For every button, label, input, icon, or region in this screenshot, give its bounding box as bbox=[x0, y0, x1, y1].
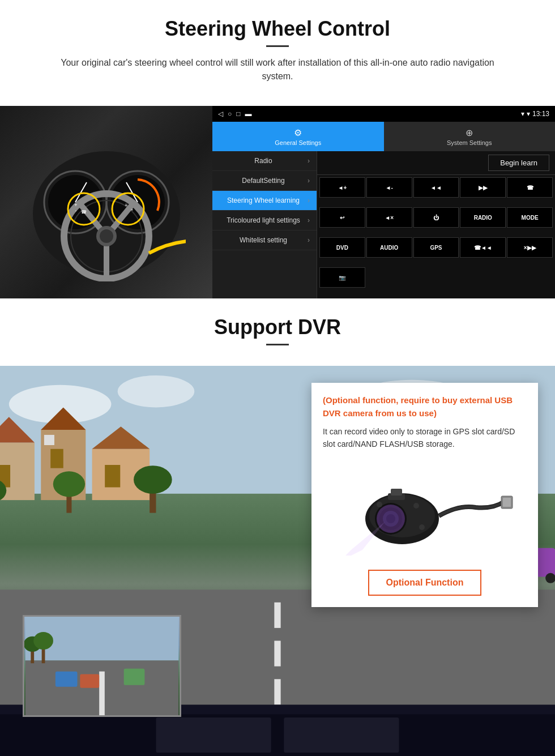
begin-learn-button[interactable]: Begin learn bbox=[488, 155, 549, 171]
svg-rect-53 bbox=[274, 679, 280, 704]
svg-text:+: + bbox=[74, 202, 77, 208]
recents-icon[interactable]: □ bbox=[236, 110, 240, 118]
svg-text:+: + bbox=[130, 207, 133, 212]
back-call-button[interactable]: ↩ bbox=[319, 207, 365, 228]
menu-area: Radio › DefaultSetting › Steering Wheel … bbox=[212, 151, 555, 298]
svg-rect-97 bbox=[503, 498, 511, 507]
svg-rect-74 bbox=[156, 717, 271, 753]
dvr-title-area: Support DVR bbox=[0, 298, 555, 366]
tab-general-settings[interactable]: ⚙ General Settings bbox=[212, 122, 384, 151]
svg-point-94 bbox=[419, 524, 425, 530]
svg-rect-52 bbox=[274, 640, 280, 666]
svg-point-41 bbox=[134, 465, 172, 494]
svg-point-39 bbox=[53, 471, 85, 497]
page-title: Steering Wheel Control bbox=[23, 17, 532, 41]
optional-function-button[interactable]: Optional Function bbox=[368, 570, 482, 596]
chevron-icon: › bbox=[308, 197, 310, 204]
title-divider bbox=[266, 45, 289, 47]
svg-point-85 bbox=[33, 632, 53, 650]
svg-rect-80 bbox=[124, 669, 145, 685]
system-icon: ⊕ bbox=[466, 127, 473, 138]
next-track-button[interactable]: ▶▶ bbox=[460, 177, 506, 198]
menu-item-tricoloured[interactable]: Tricoloured light settings › bbox=[212, 211, 317, 230]
dvr-camera-illustration bbox=[323, 459, 527, 561]
svg-rect-75 bbox=[284, 717, 399, 753]
steering-wheel-illustration: + - ☎ ≡ + bbox=[27, 123, 186, 281]
dvr-info-card: (Optional function, require to buy exter… bbox=[311, 383, 538, 607]
menu-item-tricoloured-label: Tricoloured light settings bbox=[219, 216, 308, 224]
dvr-title: Support DVR bbox=[0, 315, 555, 339]
prev-track-button[interactable]: ◄◄ bbox=[413, 177, 459, 198]
statusbar-status: ▾ ▾ 13:13 bbox=[521, 110, 549, 118]
svg-point-13 bbox=[100, 229, 113, 243]
svg-text:☎: ☎ bbox=[81, 210, 87, 215]
phone-next-button[interactable]: ×▶▶ bbox=[507, 237, 553, 258]
svg-text:≡: ≡ bbox=[125, 203, 127, 208]
chevron-icon: › bbox=[308, 157, 310, 165]
svg-rect-31 bbox=[50, 449, 63, 468]
phone-prev-button[interactable]: ☎◄◄ bbox=[460, 237, 506, 258]
svg-rect-51 bbox=[274, 603, 280, 628]
chevron-icon: › bbox=[308, 236, 310, 244]
tab-general-label: General Settings bbox=[275, 139, 321, 146]
mode-button[interactable]: MODE bbox=[507, 207, 553, 228]
svg-text:-: - bbox=[75, 208, 76, 213]
steering-photo: + - ☎ ≡ + bbox=[0, 106, 212, 298]
vol-up-button[interactable]: ◄+ bbox=[319, 177, 365, 198]
time-display: 13:13 bbox=[532, 110, 549, 118]
dvr-divider bbox=[266, 344, 289, 345]
tab-system-settings[interactable]: ⊕ System Settings bbox=[384, 122, 556, 151]
vol-down-button[interactable]: ◄- bbox=[366, 177, 412, 198]
wifi-icon: ▾ bbox=[527, 110, 530, 118]
section-subtitle: Your original car's steering wheel contr… bbox=[45, 56, 510, 83]
tab-system-label: System Settings bbox=[447, 139, 492, 146]
svg-point-95 bbox=[377, 502, 382, 507]
svg-rect-35 bbox=[105, 465, 120, 488]
svg-rect-81 bbox=[80, 674, 99, 688]
svg-rect-32 bbox=[44, 435, 54, 445]
svg-rect-99 bbox=[391, 489, 402, 496]
dvr-optional-notice: (Optional function, require to buy exter… bbox=[323, 394, 527, 420]
svg-rect-72 bbox=[0, 711, 555, 756]
radio-button[interactable]: RADIO bbox=[460, 207, 506, 228]
dvr-description: It can record video only to storage in G… bbox=[323, 425, 527, 451]
dvr-camera-svg bbox=[334, 465, 515, 556]
menu-item-radio-label: Radio bbox=[219, 157, 308, 165]
dvr-inset-svg bbox=[24, 617, 180, 715]
menu-item-whitelist[interactable]: Whitelist setting › bbox=[212, 230, 317, 250]
statusbar-nav-icons: ◁ ○ □ ▬ bbox=[218, 110, 252, 118]
chevron-icon: › bbox=[308, 177, 310, 185]
svg-point-92 bbox=[377, 505, 405, 533]
tab-bar: ⚙ General Settings ⊕ System Settings bbox=[212, 122, 555, 151]
svg-point-23 bbox=[118, 375, 194, 407]
audio-button[interactable]: AUDIO bbox=[366, 237, 412, 258]
control-panel: Begin learn ◄+ ◄- ◄◄ ▶▶ ☎ ↩ ◄× ⏻ RADIO M… bbox=[317, 151, 555, 298]
signal-icon: ▾ bbox=[521, 110, 524, 118]
screenshot-area: + - ☎ ≡ + ◁ ○ □ ▬ ▾ bbox=[0, 106, 555, 298]
menu-list: Radio › DefaultSetting › Steering Wheel … bbox=[212, 151, 317, 298]
menu-icon[interactable]: ▬ bbox=[245, 110, 252, 118]
camera-button[interactable]: 📷 bbox=[319, 267, 365, 288]
android-panel: ◁ ○ □ ▬ ▾ ▾ 13:13 ⚙ General Settings ⊕ S… bbox=[212, 106, 555, 298]
back-icon[interactable]: ◁ bbox=[218, 110, 223, 118]
home-icon[interactable]: ○ bbox=[228, 110, 232, 118]
dvd-button[interactable]: DVD bbox=[319, 237, 365, 258]
steering-section: Steering Wheel Control Your original car… bbox=[0, 0, 555, 106]
mute-button[interactable]: ◄× bbox=[366, 207, 412, 228]
svg-rect-78 bbox=[99, 672, 105, 715]
svg-rect-79 bbox=[56, 672, 78, 687]
dvr-section: Support DVR bbox=[0, 298, 555, 756]
power-button[interactable]: ⏻ bbox=[413, 207, 459, 228]
menu-item-whitelist-label: Whitelist setting bbox=[219, 236, 308, 244]
svg-point-93 bbox=[413, 503, 419, 509]
menu-item-radio[interactable]: Radio › bbox=[212, 151, 317, 171]
statusbar: ◁ ○ □ ▬ ▾ ▾ 13:13 bbox=[212, 106, 555, 122]
menu-item-steering-wheel[interactable]: Steering Wheel learning › bbox=[212, 191, 317, 211]
control-button-grid: ◄+ ◄- ◄◄ ▶▶ ☎ ↩ ◄× ⏻ RADIO MODE DVD AUDI… bbox=[317, 175, 555, 298]
gps-button[interactable]: GPS bbox=[413, 237, 459, 258]
phone-button[interactable]: ☎ bbox=[507, 177, 553, 198]
settings-gear-icon: ⚙ bbox=[294, 127, 302, 138]
menu-item-defaultsetting[interactable]: DefaultSetting › bbox=[212, 171, 317, 191]
chevron-icon: › bbox=[308, 216, 310, 224]
menu-item-steering-label: Steering Wheel learning bbox=[219, 197, 308, 204]
